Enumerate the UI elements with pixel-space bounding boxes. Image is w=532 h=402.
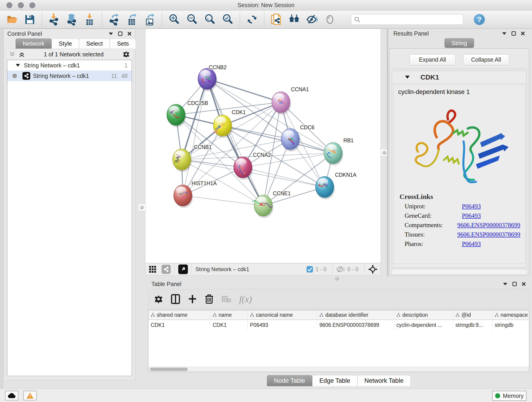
crosslink-link[interactable]: P06493 [462, 212, 481, 219]
table-horizontal-scrollbar[interactable] [148, 367, 529, 372]
cloud-status-button[interactable] [5, 391, 18, 400]
table-cell[interactable]: CDK1 [148, 320, 210, 330]
svg-text:CCNA1: CCNA1 [291, 86, 309, 92]
close-panel-icon[interactable] [520, 31, 525, 36]
warnings-button[interactable] [23, 391, 37, 400]
gene-expander-icon[interactable] [405, 75, 410, 79]
tab-select[interactable]: Select [79, 38, 110, 49]
network-options-gear-icon[interactable] [122, 51, 130, 58]
delete-table-icon[interactable] [221, 295, 231, 303]
float-panel-icon[interactable] [108, 32, 114, 35]
collapse-all-button[interactable]: Collapse All [463, 54, 509, 65]
zoom-fit-icon[interactable] [204, 13, 216, 26]
tab-string-results[interactable]: String [444, 38, 474, 48]
fit-content-crosshair-icon[interactable] [368, 265, 377, 274]
hide-unhide-icon[interactable] [306, 13, 318, 26]
tab-network-table[interactable]: Network Table [357, 375, 411, 386]
table-panel-title: Table Panel [152, 281, 181, 287]
export-network-icon[interactable] [108, 13, 120, 26]
crosslink-link[interactable]: 9606.ENSP00000378699 [457, 231, 520, 238]
search-input[interactable] [351, 14, 463, 25]
table-options-gear-icon[interactable] [154, 294, 163, 304]
selected-checkbox-icon[interactable] [306, 266, 313, 273]
left-splitter-handle[interactable] [138, 204, 145, 211]
export-table-icon[interactable] [126, 13, 138, 26]
help-button[interactable]: ? [474, 14, 485, 25]
tab-style[interactable]: Style [51, 38, 79, 49]
memory-button[interactable]: Memory [492, 391, 526, 401]
function-builder-icon[interactable]: f(x) [239, 294, 252, 305]
close-panel-icon[interactable] [521, 282, 526, 286]
refresh-icon[interactable] [246, 13, 258, 26]
warning-icon [26, 392, 34, 399]
table-cell[interactable]: CDK1 [210, 320, 248, 330]
string-network-graph[interactable]: CCNB2CCNA1CDC25BCDK1CDC6RB1CCNB1CCNA2CDK… [146, 29, 380, 263]
detach-view-icon[interactable] [178, 264, 188, 274]
column-header[interactable]: name [210, 310, 248, 319]
zoom-selected-icon[interactable] [222, 13, 234, 26]
string-home-icon[interactable] [288, 13, 300, 26]
column-header[interactable]: @id [453, 310, 492, 319]
zoom-out-icon[interactable] [186, 13, 198, 26]
expand-all-icon[interactable] [19, 51, 25, 57]
crosslink-label: Uniprot: [405, 203, 462, 210]
tab-edge-table[interactable]: Edge Table [312, 375, 357, 386]
expand-all-button[interactable]: Expand All [410, 54, 456, 65]
string-import-icon[interactable] [270, 13, 282, 26]
table-cell[interactable]: cyclin-dependent ... [394, 320, 453, 330]
create-column-icon[interactable] [188, 294, 197, 304]
tab-sets[interactable]: Sets [110, 38, 136, 49]
crosslink-link[interactable]: P06493 [462, 240, 481, 248]
table-row[interactable]: CDK1 CDK1 P06493 9606.ENSP00000378699 cy… [148, 320, 529, 330]
control-panel-title: Control Panel [7, 31, 42, 37]
network-row[interactable]: String Network – cdk1 11 48 [7, 70, 132, 81]
column-header[interactable]: description [394, 310, 453, 319]
svg-text:CDC6: CDC6 [300, 124, 315, 130]
close-panel-icon[interactable] [127, 32, 132, 36]
import-network-icon[interactable] [48, 13, 60, 26]
show-graphics-details-icon[interactable] [324, 13, 336, 26]
tab-network[interactable]: Network [16, 38, 51, 49]
table-cell[interactable]: P06493 [248, 320, 317, 330]
save-session-icon[interactable] [24, 13, 36, 26]
svg-text:RB1: RB1 [343, 138, 354, 143]
network-collection-row[interactable]: String Network – cdk1 1 [7, 60, 132, 70]
right-splitter-handle[interactable] [381, 149, 388, 156]
memory-status-dot [495, 393, 500, 398]
svg-text:CDK1: CDK1 [232, 109, 246, 115]
crosslink-row: GeneCard: P06493 [405, 212, 520, 219]
scrollbar-thumb[interactable] [150, 368, 188, 371]
hidden-eye-icon[interactable] [336, 266, 345, 273]
float-panel-icon[interactable] [503, 282, 508, 286]
network-canvas[interactable]: CCNB2CCNA1CDC25BCDK1CDC6RB1CCNB1CCNA2CDK… [145, 29, 381, 263]
restore-panel-icon[interactable] [511, 31, 516, 36]
network-label: String Network – cdk1 [33, 73, 89, 79]
table-cell[interactable]: 9606.ENSP00000378699 [317, 320, 394, 330]
float-panel-icon[interactable] [502, 32, 507, 35]
show-columns-icon[interactable] [171, 294, 180, 304]
restore-panel-icon[interactable] [512, 282, 517, 286]
export-image-icon[interactable] [144, 13, 156, 26]
column-header[interactable]: namespace [492, 310, 529, 319]
delete-column-icon[interactable] [205, 294, 214, 304]
import-table-icon[interactable] [84, 13, 96, 26]
tab-node-table[interactable]: Node Table [267, 375, 312, 386]
results-splitter[interactable] [387, 29, 388, 276]
table-cell[interactable]: stringdb:9... [453, 320, 492, 330]
collection-expander-icon[interactable] [16, 64, 20, 67]
open-session-icon[interactable] [6, 13, 18, 26]
zoom-in-icon[interactable] [168, 13, 180, 26]
table-cell[interactable]: stringdb [492, 320, 529, 330]
network-overview-toggle-icon[interactable] [162, 265, 171, 274]
results-scrollbar-track[interactable] [392, 269, 527, 275]
collapse-all-icon[interactable] [9, 51, 15, 57]
crosslink-link[interactable]: 9606.ENSP00000378699 [457, 222, 520, 229]
birds-eye-view-icon[interactable] [149, 265, 157, 273]
import-network-from-database-icon[interactable] [66, 13, 78, 26]
crosslink-link[interactable]: P06493 [462, 203, 481, 210]
column-header[interactable]: canonical name [248, 310, 317, 319]
restore-panel-icon[interactable] [118, 32, 123, 36]
column-header[interactable]: database identifier [317, 310, 394, 319]
column-header[interactable]: shared name [148, 310, 210, 319]
svg-text:CCNA2: CCNA2 [253, 152, 271, 158]
